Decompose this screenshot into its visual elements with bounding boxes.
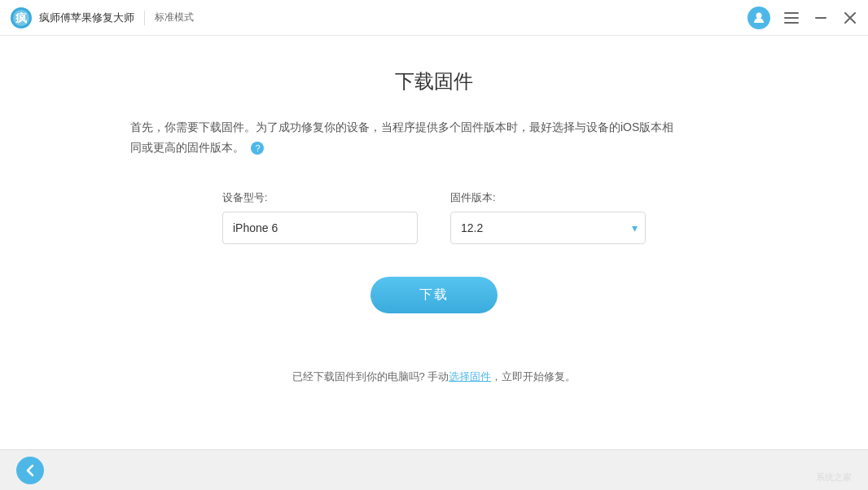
bottom-text-after: ，立即开始修复。 (491, 370, 576, 383)
svg-rect-5 (784, 17, 799, 19)
page-title: 下载固件 (395, 68, 473, 94)
description-text: 首先，你需要下载固件。为了成功修复你的设备，当程序提供多个固件版本时，最好选择与… (130, 120, 673, 154)
back-button[interactable] (16, 457, 44, 484)
firmware-select[interactable]: 12.2 12.1 12.0 (450, 212, 646, 244)
svg-point-3 (756, 12, 762, 18)
description-area: 首先，你需要下载固件。为了成功修复你的设备，当程序提供多个固件版本时，最好选择与… (130, 117, 684, 158)
window-controls (747, 7, 858, 29)
user-icon[interactable] (747, 7, 770, 29)
close-icon[interactable] (842, 10, 858, 26)
titlebar: 疯 疯师傅苹果修复大师 标准模式 (0, 0, 868, 36)
firmware-field: 固件版本: 12.2 12.1 12.0 ▾ (450, 190, 646, 244)
select-firmware-link[interactable]: 选择固件 (449, 370, 491, 383)
help-icon[interactable]: ? (251, 142, 264, 155)
svg-rect-7 (815, 17, 826, 19)
bottom-text-before: 已经下载固件到你的电脑吗? 手动 (292, 370, 449, 383)
menu-icon[interactable] (783, 10, 800, 26)
app-name: 疯师傅苹果修复大师 (39, 11, 134, 25)
mode-label: 标准模式 (155, 11, 747, 24)
device-field: 设备型号: (222, 190, 418, 244)
firmware-label: 固件版本: (450, 190, 646, 205)
titlebar-divider (144, 11, 145, 25)
firmware-select-wrapper: 12.2 12.1 12.0 ▾ (450, 212, 646, 244)
device-input[interactable] (222, 212, 418, 244)
bottom-text: 已经下载固件到你的电脑吗? 手动选择固件，立即开始修复。 (292, 370, 576, 384)
svg-text:疯: 疯 (15, 11, 27, 24)
download-button[interactable]: 下载 (370, 277, 498, 313)
main-content: 下载固件 首先，你需要下载固件。为了成功修复你的设备，当程序提供多个固件版本时，… (0, 36, 868, 449)
app-logo: 疯 (10, 7, 33, 29)
svg-rect-4 (784, 12, 799, 14)
minimize-icon[interactable] (813, 10, 829, 26)
svg-rect-6 (784, 22, 799, 24)
watermark: 系统之家 (816, 471, 852, 483)
footer-bar: 系统之家 (0, 449, 868, 490)
device-label: 设备型号: (222, 190, 418, 205)
form-row: 设备型号: 固件版本: 12.2 12.1 12.0 ▾ (222, 190, 646, 244)
